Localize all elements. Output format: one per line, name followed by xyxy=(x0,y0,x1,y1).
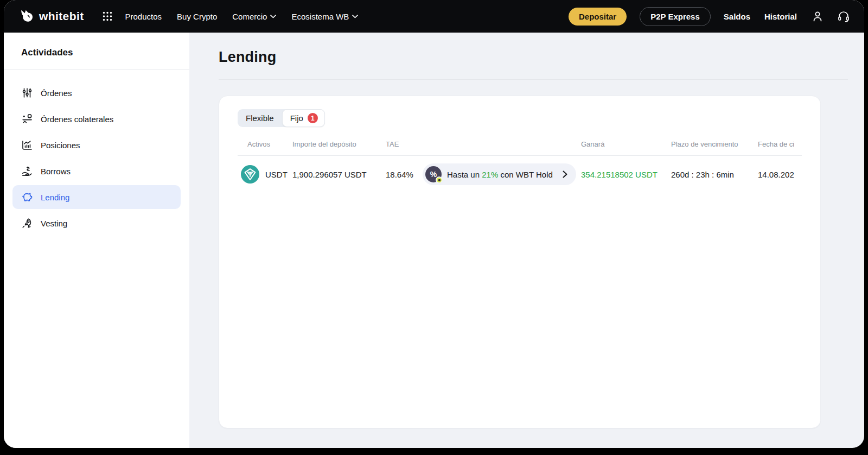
sidebar-item-label: Borrows xyxy=(41,167,71,176)
tae-cell: 18.64% % Hasta un 21% con WBT Hold xyxy=(386,163,581,185)
nav-link-productos[interactable]: Productos xyxy=(125,12,162,21)
sidebar-item-label: Órdenes colaterales xyxy=(41,115,113,124)
rocket-icon xyxy=(21,217,33,229)
promo-rate: 21% xyxy=(482,170,498,179)
lending-card: Flexible Fijo 1 Activos Importe del depó… xyxy=(219,96,821,428)
wbt-hold-promo-pill[interactable]: % Hasta un 21% con WBT Hold xyxy=(423,163,576,185)
table-row[interactable]: USDT 1,900.296057 USDT 18.64% % Hasta un… xyxy=(238,156,802,193)
sidebar-item-ordenes[interactable]: Órdenes xyxy=(12,81,181,105)
lending-table: Activos Importe del depósito TAE Ganará … xyxy=(238,127,802,193)
sliders-icon xyxy=(21,87,33,99)
nav-link-ecosistema-wb[interactable]: Ecosistema WB xyxy=(291,12,358,21)
deposit-amount-cell: 1,900.296057 USDT xyxy=(292,170,386,179)
term-cell: 260d : 23h : 6min xyxy=(671,170,758,179)
asset-symbol: USDT xyxy=(265,170,288,179)
col-header-ganara: Ganará xyxy=(581,140,671,148)
sidebar-title: Actividades xyxy=(4,33,189,69)
brand-name: whitebit xyxy=(39,10,84,23)
usdt-tether-icon xyxy=(241,165,259,184)
sidebar-item-label: Vesting xyxy=(41,219,67,228)
tab-fijo[interactable]: Fijo 1 xyxy=(282,109,325,127)
sidebar-item-borrows[interactable]: Borrows xyxy=(12,159,181,183)
piggy-bank-icon xyxy=(21,191,33,203)
close-date-cell: 14.08.202 xyxy=(758,170,802,179)
top-navbar: whitebit Productos Buy Crypto Comercio E… xyxy=(4,0,864,33)
deposit-button[interactable]: Depositar xyxy=(569,8,627,26)
tae-value: 18.64% xyxy=(386,170,423,179)
page-title: Lending xyxy=(219,33,848,79)
sidebar-item-label: Lending xyxy=(41,193,69,202)
title-divider xyxy=(219,79,848,80)
sidebar-item-lending[interactable]: Lending xyxy=(12,185,181,209)
sidebar-item-label: Órdenes xyxy=(41,89,72,98)
support-headset-icon[interactable] xyxy=(837,10,850,23)
activities-sidebar: Actividades Órdenes xyxy=(4,33,189,448)
chevron-down-icon xyxy=(270,15,276,18)
sidebar-nav: Órdenes Órdenes colaterales xyxy=(4,70,189,246)
col-header-fecha: Fecha de ci xyxy=(758,140,802,148)
whitebit-logo[interactable]: whitebit xyxy=(18,8,84,24)
chevron-down-icon xyxy=(352,15,358,18)
sidebar-item-vesting[interactable]: Vesting xyxy=(12,211,181,235)
user-icon[interactable] xyxy=(811,10,824,23)
nav-link-buy-crypto[interactable]: Buy Crypto xyxy=(177,12,217,21)
sidebar-item-posiciones[interactable]: Posiciones xyxy=(12,133,181,157)
col-header-importe: Importe del depósito xyxy=(292,140,386,148)
earn-cell: 354.21518502 USDT xyxy=(581,170,671,179)
p2p-express-button[interactable]: P2P Express xyxy=(640,7,711,26)
lending-type-tabs: Flexible Fijo 1 xyxy=(238,109,325,127)
col-header-plazo: Plazo de vencimiento xyxy=(671,140,758,148)
apps-grid-icon[interactable] xyxy=(103,11,112,21)
table-header-row: Activos Importe del depósito TAE Ganará … xyxy=(238,127,802,156)
percent-boost-icon: % xyxy=(425,166,442,182)
sidebar-item-ordenes-colaterales[interactable]: Órdenes colaterales xyxy=(12,107,181,131)
promo-text: Hasta un 21% con WBT Hold xyxy=(447,170,553,179)
boost-mini-badge xyxy=(436,176,443,184)
sidebar-item-label: Posiciones xyxy=(41,141,80,150)
col-header-activos: Activos xyxy=(238,140,292,148)
asset-cell: USDT xyxy=(238,165,292,184)
nav-link-historial[interactable]: Historial xyxy=(764,12,797,21)
main-content: Lending Flexible Fijo 1 Activos Importe … xyxy=(189,33,864,448)
positions-chart-icon xyxy=(21,139,33,151)
chevron-right-icon xyxy=(563,170,567,178)
col-header-tae: TAE xyxy=(386,140,581,148)
tab-count-badge: 1 xyxy=(308,113,318,123)
borrow-hand-icon xyxy=(21,165,33,177)
nav-link-saldos[interactable]: Saldos xyxy=(724,12,750,21)
navbar-right: Depositar P2P Express Saldos Historial xyxy=(569,7,850,26)
app-window: whitebit Productos Buy Crypto Comercio E… xyxy=(4,0,864,448)
whitebit-bird-icon xyxy=(18,8,34,24)
nav-link-comercio[interactable]: Comercio xyxy=(232,12,276,21)
tab-flexible[interactable]: Flexible xyxy=(238,110,282,127)
collateral-orders-icon xyxy=(21,113,33,125)
